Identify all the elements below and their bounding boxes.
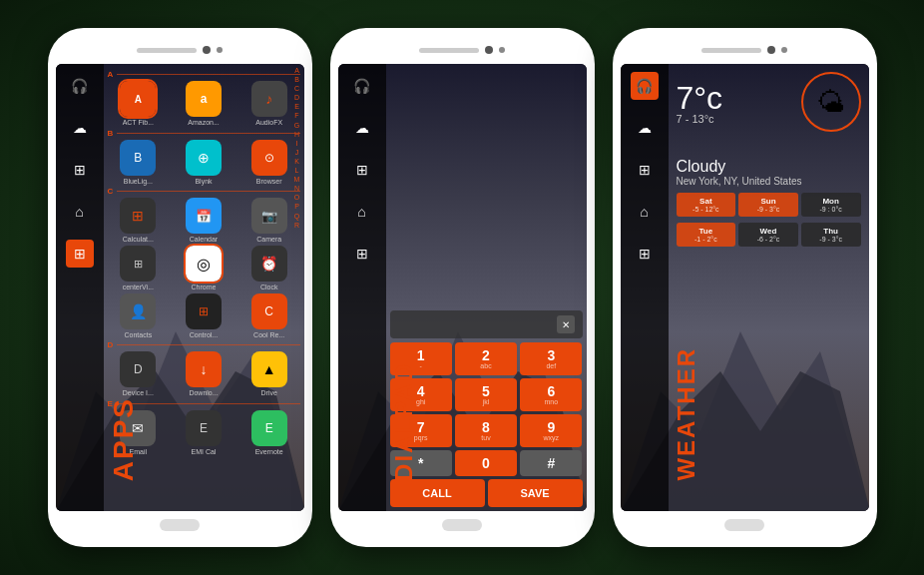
dial-letters-2: abc xyxy=(480,362,491,369)
dial-num-star: * xyxy=(418,456,423,470)
apps-icon-2: ⊞ xyxy=(348,240,376,268)
alpha-e[interactable]: E xyxy=(294,102,299,111)
apps-icon[interactable]: ⊞ xyxy=(66,240,94,268)
dial-key-0[interactable]: 0 xyxy=(455,450,517,476)
dial-key-8[interactable]: 8 tuv xyxy=(455,414,517,447)
weather-day-thu: Thu -9 - 3°c xyxy=(801,223,861,247)
alpha-k[interactable]: K xyxy=(294,157,299,166)
dial-num-1: 1 xyxy=(417,348,425,362)
app-icon-amazon: a xyxy=(186,81,222,117)
dial-key-2[interactable]: 2 abc xyxy=(455,342,517,375)
app-name-audiofx: AudioFX xyxy=(255,119,282,127)
phone-top-bar-3 xyxy=(621,36,869,64)
alpha-c[interactable]: C xyxy=(294,84,299,93)
day-temp-tue: -1 - 2°c xyxy=(681,236,732,243)
alpha-n[interactable]: N xyxy=(294,184,299,193)
app-name-chrome: Chrome xyxy=(192,284,217,291)
app-calendar[interactable]: 📅 Calendar xyxy=(173,198,234,244)
dialpad-display: ✕ xyxy=(390,310,583,338)
apps-screen: 🎧 ☁ ⊞ ⌂ ⊞ A A ACT xyxy=(56,64,304,511)
alpha-j[interactable]: J xyxy=(295,148,299,157)
save-button[interactable]: SAVE xyxy=(488,479,583,507)
section-d-label: D xyxy=(108,340,114,349)
dial-key-hash[interactable]: # xyxy=(520,450,582,476)
app-icon-clock: ⏰ xyxy=(251,246,287,282)
dial-num-2: 2 xyxy=(482,348,490,362)
app-name-device: Device I... xyxy=(123,389,154,397)
alpha-bar[interactable]: A B C D E F G H I J K L M N O P Q R xyxy=(290,64,304,511)
dial-num-6: 6 xyxy=(547,384,555,398)
day-name-wed: Wed xyxy=(742,227,794,236)
dial-letters-1: - xyxy=(419,362,421,369)
home-button-3[interactable] xyxy=(724,519,764,531)
phone-bottom xyxy=(56,511,304,539)
speaker xyxy=(137,48,197,53)
call-button[interactable]: CALL xyxy=(390,479,485,507)
weather-condition-section: Cloudy New York, NY, United States xyxy=(677,158,861,187)
alpha-f[interactable]: F xyxy=(294,111,298,120)
day-temp-mon: -9 : 0°c xyxy=(805,206,857,213)
app-bluelight[interactable]: B BlueLig... xyxy=(108,140,170,186)
app-blynk[interactable]: ⊕ Blynk xyxy=(173,140,234,186)
alpha-r[interactable]: R xyxy=(294,221,299,230)
weather-day-wed: Wed -6 - 2°c xyxy=(738,223,798,247)
alpha-i[interactable]: I xyxy=(296,139,298,148)
dial-num-9: 9 xyxy=(547,420,555,434)
alpha-d[interactable]: D xyxy=(294,93,299,102)
app-name-blynk: Blynk xyxy=(195,178,212,186)
cloud-icon-2: ☁ xyxy=(348,114,376,142)
app-icon-blynk: ⊕ xyxy=(186,140,222,176)
alpha-l[interactable]: L xyxy=(295,166,299,175)
alpha-m[interactable]: M xyxy=(294,175,300,184)
alpha-o[interactable]: O xyxy=(294,193,299,202)
dial-num-0: 0 xyxy=(482,456,490,470)
alpha-q[interactable]: Q xyxy=(294,212,299,221)
phone-bottom-3 xyxy=(621,511,869,539)
alpha-g[interactable]: G xyxy=(294,121,299,130)
app-device[interactable]: D Device I... xyxy=(108,351,170,397)
app-emical[interactable]: E EMI Cal xyxy=(173,410,234,456)
dial-key-6[interactable]: 6 mno xyxy=(520,378,582,411)
app-name-actfib: ACT Fib... xyxy=(123,119,154,127)
dial-letters-5: jkl xyxy=(483,398,490,405)
alpha-a[interactable]: A xyxy=(294,66,299,75)
app-calculator[interactable]: ⊞ Calculat... xyxy=(108,198,170,244)
app-icon-drive: ▲ xyxy=(251,351,287,387)
app-contacts[interactable]: 👤 Contacts xyxy=(108,293,170,339)
dial-letters-9: wxyz xyxy=(544,434,560,441)
dial-num-5: 5 xyxy=(482,384,490,398)
day-name-mon: Mon xyxy=(805,197,857,206)
home-button-2[interactable] xyxy=(442,519,482,531)
camera-2 xyxy=(485,46,493,54)
app-name-coolre: Cool Re... xyxy=(253,331,284,339)
app-centerview[interactable]: ⊞ centerVi... xyxy=(108,246,170,291)
dial-key-5[interactable]: 5 jkl xyxy=(455,378,517,411)
apps-grid-c2: ⊞ centerVi... ◎ Chrome ⏰ xyxy=(108,246,300,291)
app-amazon[interactable]: a Amazon... xyxy=(173,81,234,127)
weather-grid-row2: Tue -1 - 2°c Wed -6 - 2°c Thu -9 - 3°c xyxy=(677,223,861,247)
app-name-bluelight: BlueLig... xyxy=(124,178,153,186)
app-name-calendar: Calendar xyxy=(190,236,218,244)
dialpad-close-btn[interactable]: ✕ xyxy=(557,315,575,333)
home-button[interactable] xyxy=(160,519,200,531)
app-icon-camera: 📷 xyxy=(251,198,287,234)
dial-actions: CALL SAVE xyxy=(390,479,583,507)
section-a: A xyxy=(108,70,300,79)
app-control[interactable]: ⊞ Control... xyxy=(173,293,234,339)
phone-top-bar xyxy=(56,36,304,64)
apps-icon-3: ⊞ xyxy=(631,240,659,268)
app-downloads[interactable]: ↓ Downlo... xyxy=(173,351,234,397)
app-chrome[interactable]: ◎ Chrome xyxy=(173,246,234,291)
app-actfib[interactable]: A ACT Fib... xyxy=(108,81,170,127)
alpha-b[interactable]: B xyxy=(294,75,299,84)
dial-key-9[interactable]: 9 wxyz xyxy=(520,414,582,447)
alpha-p[interactable]: P xyxy=(294,202,299,211)
apps-label: APPS xyxy=(108,397,140,481)
weather-sidebar: 🎧 ☁ ⊞ ⌂ ⊞ xyxy=(621,64,669,511)
section-b: B xyxy=(108,129,300,138)
alpha-h[interactable]: H xyxy=(294,130,299,139)
dial-key-3[interactable]: 3 def xyxy=(520,342,582,375)
grid-icon: ⊞ xyxy=(66,156,94,184)
app-icon-browser: ⊙ xyxy=(251,140,287,176)
headphone-icon-2: 🎧 xyxy=(348,72,376,100)
